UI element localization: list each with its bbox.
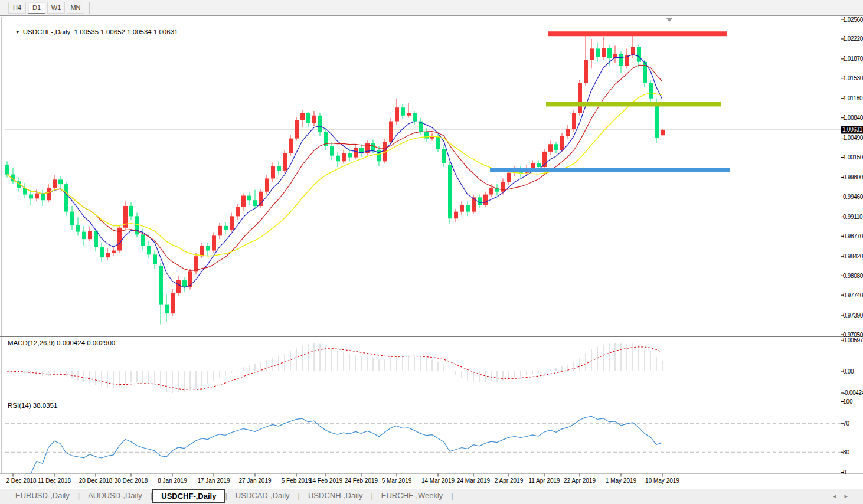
chart-canvas[interactable]: 1.025601.022201.018701.015301.011801.008…: [0, 17, 863, 488]
tabs-scroll-arrows: ◂ ▸: [833, 489, 863, 500]
svg-text:1 May 2019: 1 May 2019: [606, 477, 637, 484]
svg-text:30 Dec 2018: 30 Dec 2018: [115, 477, 148, 484]
svg-text:1.01180: 1.01180: [843, 95, 863, 102]
chart-symbol-label: USDCHF-,Daily: [23, 28, 71, 35]
svg-text:22 Apr 2019: 22 Apr 2019: [564, 477, 596, 484]
svg-text:24 Feb 2019: 24 Feb 2019: [345, 477, 378, 484]
current-price-tag: 1.00631: [842, 126, 863, 133]
svg-text:11 Dec 2018: 11 Dec 2018: [38, 477, 71, 484]
chart-context-arrow-icon[interactable]: ▼: [15, 30, 20, 35]
svg-text:20 Dec 2018: 20 Dec 2018: [79, 477, 113, 484]
svg-text:1.00150: 1.00150: [843, 154, 863, 161]
timeframe-button-W1[interactable]: W1: [47, 2, 65, 14]
svg-text:11 Apr 2019: 11 Apr 2019: [528, 477, 560, 484]
support-blue[interactable]: [490, 168, 730, 172]
chart-title: ▼USDCHF-,Daily 1.00535 1.00652 1.00534 1…: [8, 21, 178, 42]
chart-tabs: EURUSD-,Daily|AUDUSD-,Daily|USDCHF-,Dail…: [0, 489, 453, 503]
svg-text:-0.00424: -0.00424: [843, 390, 863, 396]
svg-text:0.00: 0.00: [843, 368, 854, 375]
svg-text:1.01870: 1.01870: [843, 55, 863, 62]
svg-text:70: 70: [843, 420, 850, 427]
chart-tabs-bar: EURUSD-,Daily|AUDUSD-,Daily|USDCHF-,Dail…: [0, 489, 863, 504]
svg-text:1.02220: 1.02220: [843, 35, 863, 42]
svg-text:2 Dec 2018: 2 Dec 2018: [6, 477, 37, 484]
svg-text:0.99460: 0.99460: [843, 194, 863, 200]
svg-text:1.02560: 1.02560: [843, 17, 863, 23]
tabs-scroll-left-icon[interactable]: ◂: [833, 492, 836, 500]
svg-text:100: 100: [843, 398, 853, 405]
tab-usdchf-daily[interactable]: USDCHF-,Daily: [152, 489, 225, 503]
svg-text:8 Jan 2019: 8 Jan 2019: [158, 477, 187, 484]
svg-text:5 Mar 2019: 5 Mar 2019: [382, 477, 412, 484]
macd-indicator-label: MACD(12,26,9) 0.000424 0.002900: [8, 339, 115, 346]
svg-text:0.98420: 0.98420: [843, 253, 863, 260]
svg-text:14 Mar 2019: 14 Mar 2019: [421, 477, 455, 484]
svg-text:0.98080: 0.98080: [843, 273, 863, 279]
svg-text:1.00840: 1.00840: [843, 114, 863, 121]
svg-text:0.97740: 0.97740: [843, 292, 863, 299]
svg-text:0.98770: 0.98770: [843, 233, 863, 240]
svg-text:2 Apr 2019: 2 Apr 2019: [495, 477, 524, 484]
tab-usdcnh-daily[interactable]: USDCNH-,Daily: [300, 489, 371, 503]
svg-text:1.00490: 1.00490: [843, 135, 863, 141]
mt4-window: H4D1W1MN 1.025601.022201.018701.015301.0…: [0, 0, 863, 504]
svg-text:5 Feb 2019: 5 Feb 2019: [282, 477, 312, 484]
timeframe-toolbar: H4D1W1MN: [0, 0, 863, 16]
svg-text:0.97390: 0.97390: [843, 312, 863, 319]
timeframe-button-MN[interactable]: MN: [67, 2, 84, 14]
svg-text:1.01530: 1.01530: [843, 75, 863, 81]
tab-separator: |: [451, 489, 453, 503]
timeframe-buttons: H4D1W1MN: [6, 2, 84, 14]
svg-text:0.99800: 0.99800: [843, 174, 863, 181]
timeframe-button-D1[interactable]: D1: [28, 2, 45, 14]
svg-text:0.99110: 0.99110: [843, 214, 863, 220]
svg-text:10 May 2019: 10 May 2019: [645, 477, 679, 484]
svg-text:0: 0: [843, 469, 846, 476]
tab-eurchf-weekly[interactable]: EURCHF-,Weekly: [373, 489, 452, 503]
toolbar-separator: [89, 2, 90, 14]
support-olive[interactable]: [546, 102, 721, 106]
svg-text:0.00597: 0.00597: [843, 337, 863, 343]
svg-text:24 Mar 2019: 24 Mar 2019: [457, 477, 491, 484]
svg-text:14 Feb 2019: 14 Feb 2019: [309, 477, 343, 484]
toolbar-grip[interactable]: [2, 2, 4, 14]
tab-audusd-daily[interactable]: AUDUSD-,Daily: [80, 489, 151, 503]
tab-eurusd-daily[interactable]: EURUSD-,Daily: [7, 489, 78, 503]
svg-text:30: 30: [843, 449, 850, 456]
svg-text:17 Jan 2019: 17 Jan 2019: [197, 477, 230, 484]
resistance-red[interactable]: [548, 31, 727, 36]
tabs-scroll-right-icon[interactable]: ▸: [844, 492, 848, 500]
rsi-indicator-label: RSI(14) 38.0351: [8, 402, 57, 409]
timeframe-button-H4[interactable]: H4: [8, 2, 26, 14]
chart-ohlc-label: 1.00535 1.00652 1.00534 1.00631: [74, 28, 178, 35]
tab-usdcad-daily[interactable]: USDCAD-,Daily: [227, 489, 298, 503]
svg-text:27 Jan 2019: 27 Jan 2019: [238, 477, 271, 484]
